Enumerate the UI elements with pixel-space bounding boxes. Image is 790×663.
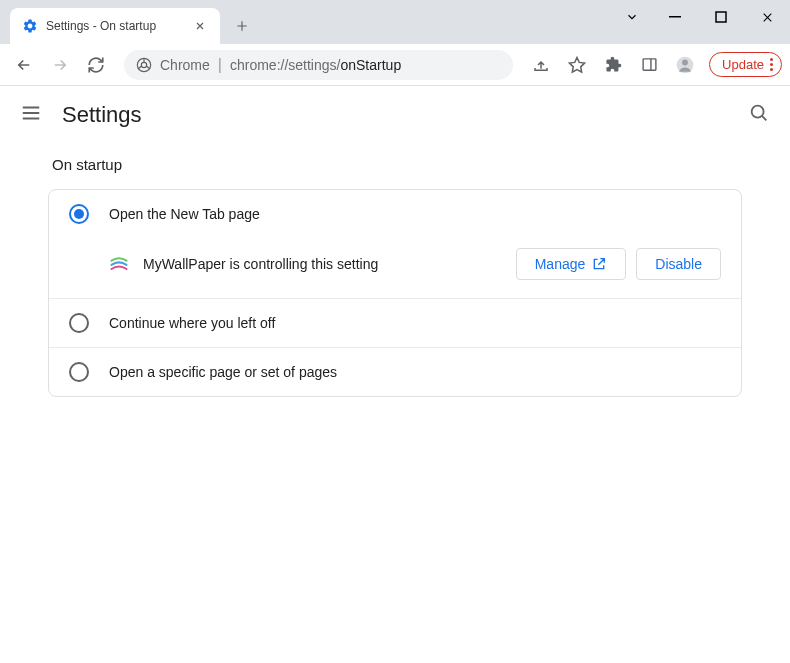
extensions-icon[interactable] (597, 49, 629, 81)
search-icon[interactable] (748, 102, 770, 128)
maximize-button[interactable] (698, 0, 744, 34)
new-tab-button[interactable] (228, 12, 256, 40)
hamburger-icon[interactable] (20, 102, 42, 128)
tab-title: Settings - On startup (46, 19, 184, 33)
bookmark-icon[interactable] (561, 49, 593, 81)
radio-icon[interactable] (69, 362, 89, 382)
update-button[interactable]: Update (709, 52, 782, 77)
window-controls (612, 0, 790, 34)
chrome-icon (136, 57, 152, 73)
svg-point-3 (141, 62, 146, 67)
manage-label: Manage (535, 256, 586, 272)
option-new-tab[interactable]: Open the New Tab page (49, 190, 741, 238)
chevron-down-icon[interactable] (612, 0, 652, 34)
reload-button[interactable] (80, 49, 112, 81)
manage-button[interactable]: Manage (516, 248, 627, 280)
extension-app-icon (109, 254, 129, 274)
disable-button[interactable]: Disable (636, 248, 721, 280)
option-continue[interactable]: Continue where you left off (49, 299, 741, 347)
startup-options-card: Open the New Tab page MyWallPaper is con… (48, 189, 742, 397)
radio-icon[interactable] (69, 313, 89, 333)
sidepanel-icon[interactable] (633, 49, 665, 81)
content-area: On startup Open the New Tab page MyWallP… (0, 144, 790, 409)
radio-selected-icon[interactable] (69, 204, 89, 224)
omnibox-scheme: Chrome (160, 57, 210, 73)
option-label: Open a specific page or set of pages (109, 364, 337, 380)
page-title: Settings (62, 102, 728, 128)
section-title: On startup (48, 156, 742, 173)
extension-message: MyWallPaper is controlling this setting (143, 256, 502, 272)
omnibox-url: chrome://settings/onStartup (230, 57, 401, 73)
browser-tab[interactable]: Settings - On startup (10, 8, 220, 44)
gear-icon (22, 18, 38, 34)
svg-point-8 (752, 106, 764, 118)
extension-notice: MyWallPaper is controlling this setting … (49, 238, 741, 298)
back-button[interactable] (8, 49, 40, 81)
omnibox[interactable]: Chrome | chrome://settings/onStartup (124, 50, 513, 80)
close-window-button[interactable] (744, 0, 790, 34)
option-label: Continue where you left off (109, 315, 275, 331)
svg-rect-4 (643, 59, 656, 70)
close-icon[interactable] (192, 18, 208, 34)
option-label: Open the New Tab page (109, 206, 260, 222)
share-icon[interactable] (525, 49, 557, 81)
titlebar: Settings - On startup (0, 0, 790, 44)
svg-rect-1 (716, 12, 726, 22)
svg-point-7 (682, 59, 688, 65)
external-link-icon (591, 256, 607, 272)
option-specific[interactable]: Open a specific page or set of pages (49, 348, 741, 396)
profile-icon[interactable] (669, 49, 701, 81)
extension-actions: Manage Disable (516, 248, 721, 280)
forward-button[interactable] (44, 49, 76, 81)
svg-rect-0 (669, 16, 681, 18)
settings-header: Settings (0, 86, 790, 144)
browser-toolbar: Chrome | chrome://settings/onStartup Upd… (0, 44, 790, 86)
minimize-button[interactable] (652, 0, 698, 34)
update-label: Update (722, 57, 764, 72)
menu-dots-icon (770, 58, 773, 71)
